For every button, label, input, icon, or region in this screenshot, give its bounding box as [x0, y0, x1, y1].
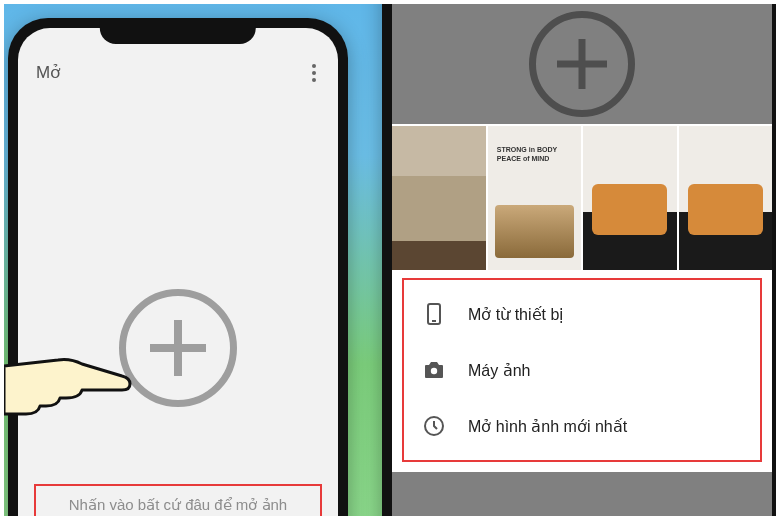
plus-icon [119, 289, 237, 407]
open-hint-text: Nhấn vào bất cứ đâu để mở ảnh [69, 496, 287, 513]
menu-highlight: Mở từ thiết bị Máy ảnh [402, 278, 762, 462]
open-hint-highlight: Nhấn vào bất cứ đâu để mở ảnh [34, 484, 322, 520]
open-image-menu: Mở từ thiết bị Máy ảnh [392, 272, 772, 472]
screen-left: Mở Nhấn vào bất cứ đâu để mở ảnh [18, 28, 338, 520]
plus-icon [529, 11, 635, 117]
photo-thumbnail[interactable] [679, 126, 773, 270]
photo-thumbnail[interactable] [583, 126, 677, 270]
menu-item-label: Mở từ thiết bị [468, 305, 563, 324]
svg-point-2 [431, 368, 437, 374]
page-title: Mở [36, 62, 60, 83]
phone-frame-right: STRONG in BODY PEACE of MIND Mở từ thiết… [382, 0, 780, 520]
photo-wall-text: STRONG in BODY PEACE of MIND [497, 146, 557, 163]
top-bar: Mở [18, 28, 338, 93]
photo-thumbnail[interactable]: STRONG in BODY PEACE of MIND [488, 126, 582, 270]
photo-thumbnail[interactable] [392, 126, 486, 270]
screen-right: STRONG in BODY PEACE of MIND Mở từ thiết… [392, 0, 772, 520]
phone-frame-left: Mở Nhấn vào bất cứ đâu để mở ảnh [8, 18, 348, 520]
dimmed-background[interactable] [392, 0, 772, 124]
menu-item-camera[interactable]: Máy ảnh [408, 342, 760, 398]
clock-icon [422, 414, 446, 438]
recent-photos-row: STRONG in BODY PEACE of MIND [392, 124, 772, 272]
pointing-hand-icon [4, 340, 132, 420]
menu-item-open-latest[interactable]: Mở hình ảnh mới nhất [408, 398, 760, 454]
menu-item-label: Mở hình ảnh mới nhất [468, 417, 627, 436]
camera-icon [422, 358, 446, 382]
menu-item-open-from-device[interactable]: Mở từ thiết bị [408, 286, 760, 342]
overflow-menu-button[interactable] [312, 64, 320, 82]
menu-item-label: Máy ảnh [468, 361, 530, 380]
phone-icon [422, 302, 446, 326]
